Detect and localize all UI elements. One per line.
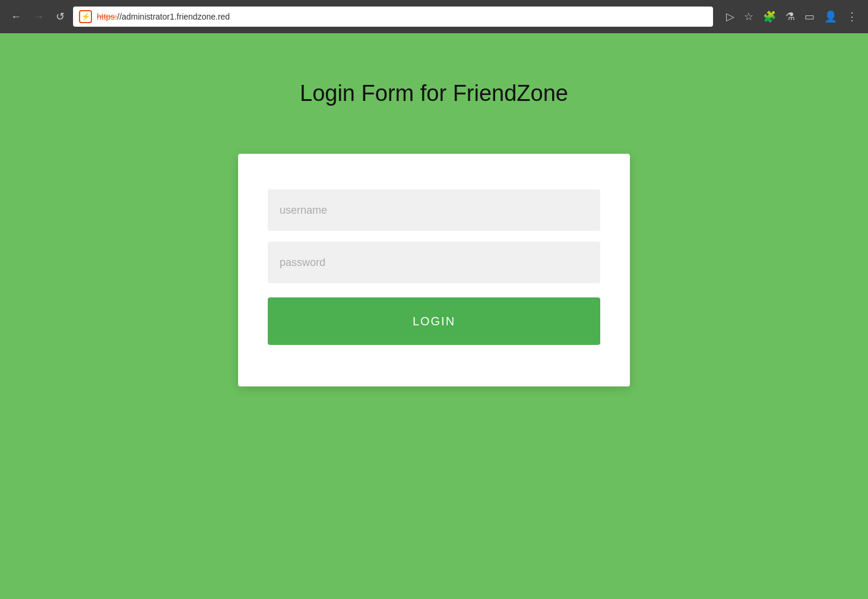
toolbar-icons: ▷ ☆ 🧩 ⚗ ▭ 👤 ⋮ bbox=[723, 8, 861, 26]
forward-button[interactable]: → bbox=[30, 8, 47, 26]
url-scheme: https: bbox=[97, 12, 117, 21]
password-input[interactable] bbox=[268, 242, 600, 283]
back-icon: ← bbox=[11, 11, 21, 23]
account-icon[interactable]: 👤 bbox=[821, 8, 841, 26]
send-icon[interactable]: ▷ bbox=[723, 8, 738, 26]
url-rest: //administrator1.friendzone.red bbox=[117, 12, 230, 21]
refresh-button[interactable]: ↺ bbox=[52, 8, 68, 26]
refresh-icon: ↺ bbox=[56, 10, 65, 23]
browser-chrome: ← → ↺ ⚡ https://administrator1.friendzon… bbox=[0, 0, 868, 33]
extensions-icon[interactable]: 🧩 bbox=[759, 8, 780, 26]
page-title: Login Form for FriendZone bbox=[300, 81, 568, 106]
address-bar[interactable]: ⚡ https://administrator1.friendzone.red bbox=[73, 7, 713, 27]
page-content: Login Form for FriendZone LOGIN bbox=[0, 33, 868, 599]
url-display: https://administrator1.friendzone.red bbox=[97, 12, 230, 21]
login-card: LOGIN bbox=[238, 154, 630, 386]
security-warning-icon: ⚡ bbox=[79, 10, 92, 23]
forward-icon: → bbox=[33, 11, 44, 23]
back-button[interactable]: ← bbox=[7, 8, 25, 26]
flask-icon[interactable]: ⚗ bbox=[782, 8, 799, 26]
star-icon[interactable]: ☆ bbox=[740, 8, 757, 26]
username-input[interactable] bbox=[268, 189, 600, 231]
login-button[interactable]: LOGIN bbox=[268, 297, 600, 345]
menu-icon[interactable]: ⋮ bbox=[843, 8, 861, 26]
split-view-icon[interactable]: ▭ bbox=[801, 8, 818, 26]
